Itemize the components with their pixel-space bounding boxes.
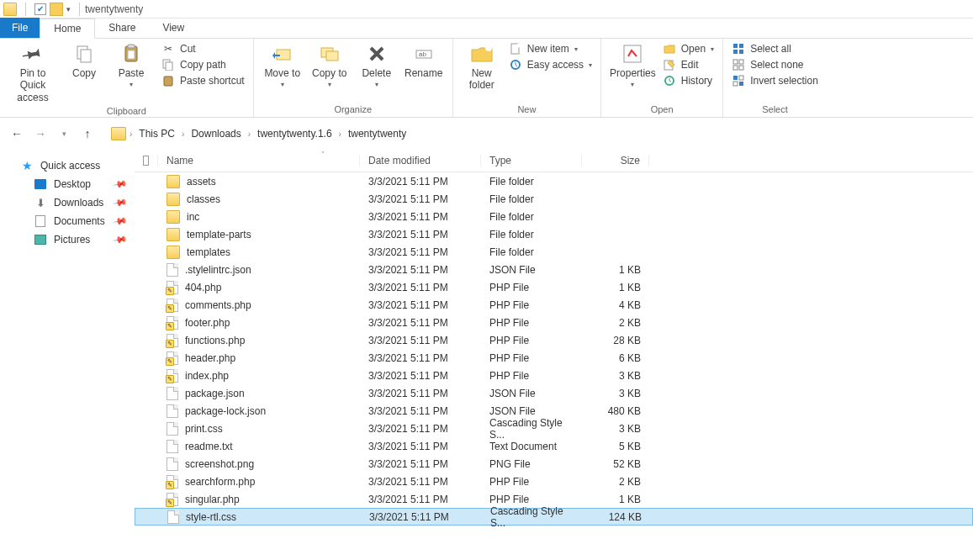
scissors-icon: ✂ xyxy=(161,42,175,55)
table-row[interactable]: inc3/3/2021 5:11 PMFile folder xyxy=(135,208,973,225)
file-type: File folder xyxy=(481,246,582,258)
history-button[interactable]: History xyxy=(663,74,714,87)
file-type: File folder xyxy=(481,229,582,240)
paste-button[interactable]: Paste ▾ xyxy=(111,42,151,89)
pin-to-quick-access-button[interactable]: Pin to Quick access xyxy=(8,42,57,103)
table-row[interactable]: readme.txt3/3/2021 5:11 PMText Document5… xyxy=(135,437,973,455)
table-row[interactable]: ✎comments.php3/3/2021 5:11 PMPHP File4 K… xyxy=(135,296,973,314)
qat-properties-icon[interactable]: ✔ xyxy=(34,3,46,15)
file-type: PNG File xyxy=(481,458,582,470)
easy-access-button[interactable]: Easy access ▾ xyxy=(509,58,592,71)
file-type: Cascading Style S... xyxy=(482,505,583,529)
group-label-new: New xyxy=(462,102,592,117)
table-row[interactable]: ✎404.php3/3/2021 5:11 PMPHP File1 KB xyxy=(135,278,973,296)
paste-shortcut-button[interactable]: Paste shortcut xyxy=(161,74,245,87)
svg-rect-21 xyxy=(739,44,743,48)
qat-customize-icon[interactable]: ▾ xyxy=(66,5,71,13)
chevron-right-icon[interactable]: › xyxy=(130,129,132,139)
edit-button[interactable]: Edit xyxy=(663,58,714,71)
file-size: 6 KB xyxy=(582,352,649,364)
cut-button[interactable]: ✂ Cut xyxy=(161,42,245,55)
history-label: History xyxy=(681,75,712,87)
file-size: 1 KB xyxy=(582,264,649,276)
column-check[interactable] xyxy=(135,155,158,166)
folder-icon xyxy=(167,246,180,259)
table-row[interactable]: ✎searchform.php3/3/2021 5:11 PMPHP File2… xyxy=(135,473,973,490)
invert-selection-button[interactable]: Invert selection xyxy=(732,74,818,87)
tab-file[interactable]: File xyxy=(0,18,40,38)
breadcrumb-item[interactable]: twentytwenty xyxy=(345,126,410,141)
up-button[interactable]: ↑ xyxy=(79,125,96,142)
copy-path-button[interactable]: Copy path xyxy=(161,58,245,71)
sidebar-item-pictures[interactable]: Pictures 📌 xyxy=(0,230,135,249)
table-row[interactable]: screenshot.png3/3/2021 5:11 PMPNG File52… xyxy=(135,455,973,473)
breadcrumb-item[interactable]: twentytwenty.1.6 xyxy=(254,126,336,141)
select-none-button[interactable]: Select none xyxy=(732,58,818,71)
new-folder-button[interactable]: New folder xyxy=(462,42,502,92)
file-date: 3/3/2021 5:11 PM xyxy=(360,299,481,311)
column-name[interactable]: Name xyxy=(158,155,360,166)
recent-locations-button[interactable]: ▾ xyxy=(56,125,72,142)
pin-icon: 📌 xyxy=(113,195,129,211)
address-bar[interactable]: › This PC › Downloads › twentytwenty.1.6… xyxy=(111,126,410,141)
chevron-right-icon[interactable]: › xyxy=(182,129,184,139)
sidebar-label: Pictures xyxy=(54,234,90,246)
open-button[interactable]: Open ▾ xyxy=(663,42,714,55)
css-file-icon xyxy=(167,422,178,436)
copy-label: Copy xyxy=(72,67,96,79)
chevron-right-icon[interactable]: › xyxy=(339,129,341,139)
tab-view[interactable]: View xyxy=(149,18,198,38)
table-row[interactable]: ✎footer.php3/3/2021 5:11 PMPHP File2 KB xyxy=(135,314,973,331)
edit-label: Edit xyxy=(681,59,699,71)
table-row[interactable]: style-rtl.css3/3/2021 5:11 PMCascading S… xyxy=(135,508,973,526)
rename-button[interactable]: ab Rename xyxy=(404,42,444,79)
open-icon xyxy=(663,42,676,55)
table-row[interactable]: .stylelintrc.json3/3/2021 5:11 PMJSON Fi… xyxy=(135,261,973,278)
sidebar-item-documents[interactable]: Documents 📌 xyxy=(0,212,135,230)
table-row[interactable]: assets3/3/2021 5:11 PMFile folder xyxy=(135,172,973,190)
new-item-label: New item xyxy=(527,43,569,55)
file-name: style-rtl.css xyxy=(186,511,236,523)
column-type[interactable]: Type xyxy=(481,155,582,166)
tab-share[interactable]: Share xyxy=(95,18,149,38)
properties-button[interactable]: Properties ▾ xyxy=(610,42,656,89)
column-date[interactable]: Date modified xyxy=(360,155,481,166)
group-new: New folder New item ▾ Easy access ▾ xyxy=(453,39,601,117)
star-icon: ★ xyxy=(20,159,34,172)
paste-shortcut-icon xyxy=(161,74,175,87)
file-name: index.php xyxy=(185,370,229,382)
back-button[interactable]: ← xyxy=(8,125,25,142)
svg-rect-3 xyxy=(128,45,135,48)
qat-newfolder-icon[interactable] xyxy=(50,3,63,16)
table-row[interactable]: ✎functions.php3/3/2021 5:11 PMPHP File28… xyxy=(135,331,973,349)
move-to-icon xyxy=(271,42,294,66)
table-row[interactable]: package.json3/3/2021 5:11 PMJSON File3 K… xyxy=(135,384,973,402)
delete-button[interactable]: Delete ▾ xyxy=(357,42,397,89)
json-file-icon xyxy=(167,387,178,400)
sidebar-item-downloads[interactable]: ⬇ Downloads 📌 xyxy=(0,193,135,212)
table-row[interactable]: ✎index.php3/3/2021 5:11 PMPHP File3 KB xyxy=(135,367,973,384)
chevron-down-icon: ▾ xyxy=(328,81,331,89)
new-item-button[interactable]: New item ▾ xyxy=(509,42,592,55)
breadcrumb-item[interactable]: Downloads xyxy=(188,126,244,141)
copy-button[interactable]: Copy xyxy=(64,42,104,79)
table-row[interactable]: ✎header.php3/3/2021 5:11 PMPHP File6 KB xyxy=(135,349,973,367)
tab-home[interactable]: Home xyxy=(40,18,95,39)
sidebar-item-desktop[interactable]: Desktop 📌 xyxy=(0,175,135,193)
table-row[interactable]: template-parts3/3/2021 5:11 PMFile folde… xyxy=(135,225,973,243)
column-size[interactable]: Size xyxy=(582,155,649,166)
copy-to-button[interactable]: Copy to ▾ xyxy=(309,42,350,89)
table-row[interactable]: templates3/3/2021 5:11 PMFile folder xyxy=(135,243,973,261)
php-file-icon: ✎ xyxy=(167,493,178,506)
table-row[interactable]: classes3/3/2021 5:11 PMFile folder xyxy=(135,190,973,208)
file-size: 124 KB xyxy=(583,511,650,523)
chevron-right-icon[interactable]: › xyxy=(248,129,251,139)
sidebar-item-quick-access[interactable]: ★ Quick access xyxy=(0,156,135,175)
select-all-button[interactable]: Select all xyxy=(732,42,818,55)
svg-rect-30 xyxy=(733,82,738,86)
select-none-icon xyxy=(732,58,745,71)
breadcrumb-item[interactable]: This PC xyxy=(135,126,178,141)
forward-button[interactable]: → xyxy=(32,125,49,142)
table-row[interactable]: print.css3/3/2021 5:11 PMCascading Style… xyxy=(135,420,973,437)
move-to-button[interactable]: Move to ▾ xyxy=(262,42,303,89)
